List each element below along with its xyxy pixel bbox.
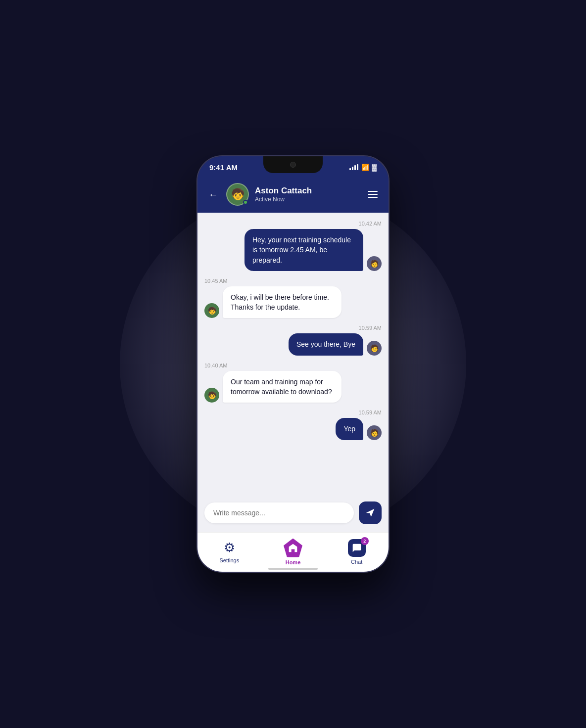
avatar-image: 🧒 (231, 188, 244, 201)
settings-icon: ⚙ (224, 540, 235, 555)
msg-row-3: 🧑 See you there, Bye (204, 333, 382, 355)
signal-icon (349, 164, 358, 170)
msg-row-2: 🧒 Okay, i will be there before time. Tha… (204, 286, 382, 318)
contact-name: Aston Cattach (255, 186, 360, 196)
chat-badge: 2 (361, 537, 369, 545)
receiver-avatar-2: 🧒 (204, 303, 219, 318)
msg-row-4: 🧒 Our team and training map for tomorrow… (204, 371, 382, 403)
nav-label-settings: Settings (219, 557, 239, 563)
msg-timestamp-4: 10.40 AM (204, 363, 382, 368)
msg-timestamp-5: 10.59 AM (204, 410, 382, 415)
message-group-1: 10.42 AM 🧑 Hey, your next training sched… (204, 221, 382, 271)
bubble-2: Okay, i will be there before time. Thank… (223, 286, 342, 318)
home-icon-svg (288, 543, 298, 553)
sender-avatar-1: 🧑 (367, 256, 382, 271)
send-button[interactable] (359, 501, 382, 524)
bubble-3: See you there, Bye (289, 333, 363, 355)
status-time: 9:41 AM (209, 163, 238, 172)
message-input[interactable] (204, 502, 354, 523)
message-group-3: 10.59 AM 🧑 See you there, Bye (204, 325, 382, 355)
wifi-icon: 📶 (361, 164, 369, 171)
home-indicator (268, 568, 318, 570)
bottom-nav: ⚙ Settings Home (197, 532, 389, 572)
bubble-5: Yep (336, 418, 363, 440)
header-info: Aston Cattach Active Now (255, 186, 360, 203)
message-group-5: 10.59 AM 🧑 Yep (204, 410, 382, 440)
send-icon (365, 508, 375, 518)
home-icon (284, 539, 302, 557)
camera (290, 162, 296, 168)
home-icon-wrap (284, 539, 302, 557)
bubble-1: Hey, your next training schedule is tomo… (244, 229, 363, 271)
msg-row-5: 🧑 Yep (204, 418, 382, 440)
bubble-4: Our team and training map for tomorrow a… (223, 371, 342, 403)
chat-icon-svg (352, 543, 362, 553)
msg-timestamp-1: 10.42 AM (204, 221, 382, 227)
phone-wrapper: 9:41 AM 📶 ▓ ← 🧒 (196, 155, 390, 573)
msg-row-1: 🧑 Hey, your next training schedule is to… (204, 229, 382, 271)
message-group-4: 10.40 AM 🧒 Our team and training map for… (204, 363, 382, 403)
sender-avatar-3: 🧑 (367, 341, 382, 356)
chat-header: ← 🧒 Aston Cattach Active Now (197, 178, 389, 213)
notch (263, 156, 323, 173)
msg-timestamp-2: 10.45 AM (204, 278, 382, 284)
phone-frame: 9:41 AM 📶 ▓ ← 🧒 (196, 155, 390, 573)
menu-button[interactable] (366, 189, 380, 200)
nav-item-settings[interactable]: ⚙ Settings (212, 540, 246, 563)
receiver-avatar-4: 🧒 (204, 388, 219, 403)
settings-icon-wrap: ⚙ (224, 540, 235, 555)
battery-icon: ▓ (372, 164, 377, 171)
page-background: 9:41 AM 📶 ▓ ← 🧒 (0, 0, 586, 728)
status-icons: 📶 ▓ (349, 164, 377, 171)
contact-avatar-wrap: 🧒 (226, 183, 249, 206)
online-indicator (243, 200, 248, 205)
chat-icon-wrap: 2 (348, 539, 366, 557)
messages-area: 10.42 AM 🧑 Hey, your next training sched… (197, 213, 389, 496)
nav-label-chat: Chat (351, 559, 362, 565)
message-group-2: 10.45 AM 🧒 Okay, i will be there before … (204, 278, 382, 318)
input-area (197, 496, 389, 532)
nav-item-chat[interactable]: 2 Chat (340, 539, 374, 565)
nav-item-home[interactable]: Home (276, 539, 310, 565)
sender-avatar-5: 🧑 (367, 425, 382, 440)
contact-status: Active Now (255, 196, 360, 203)
back-button[interactable]: ← (206, 187, 220, 202)
nav-label-home: Home (286, 559, 301, 565)
msg-timestamp-3: 10.59 AM (204, 325, 382, 331)
